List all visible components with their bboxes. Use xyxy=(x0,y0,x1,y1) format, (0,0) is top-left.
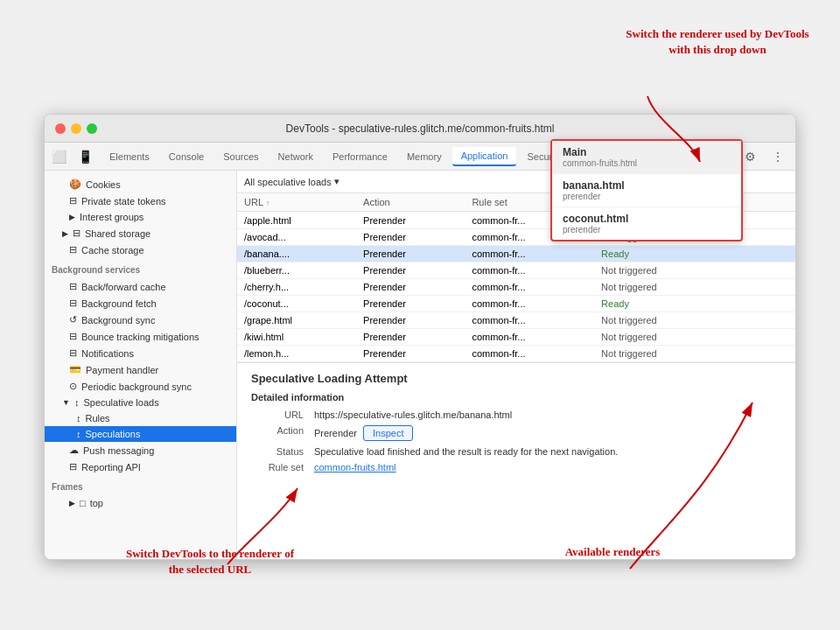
table-row[interactable]: /blueberr... Prerender common-fr... Not … xyxy=(237,262,795,279)
tab-sources[interactable]: Sources xyxy=(214,148,267,165)
table-row[interactable]: /lemon.h... Prerender common-fr... Not t… xyxy=(237,346,795,362)
status-not-triggered: Not triggered xyxy=(601,265,657,276)
cell-url: /grape.html xyxy=(237,312,356,329)
sidebar-label-cache-storage: Cache storage xyxy=(81,245,144,256)
notifications-icon: ⊟ xyxy=(69,347,77,359)
tab-memory[interactable]: Memory xyxy=(398,148,451,165)
col-url: URL ↑ xyxy=(237,193,356,212)
sidebar-label-bounce: Bounce tracking mitigations xyxy=(81,332,200,342)
renderer-coconut-sub: prerender xyxy=(563,225,731,234)
sidebar-label-private-state: Private state tokens xyxy=(81,196,166,206)
cell-action: Prerender xyxy=(356,312,465,329)
sidebar-label-periodic-sync: Periodic background sync xyxy=(81,382,192,392)
status-ready: Ready xyxy=(601,298,629,309)
payment-icon: 💳 xyxy=(69,364,81,375)
table-row[interactable]: /coconut... Prerender common-fr... Ready xyxy=(237,296,795,312)
url-label: URL xyxy=(251,410,304,420)
cell-status: Not triggered xyxy=(594,262,795,279)
sidebar-item-shared-storage[interactable]: ▶ ⊟ Shared storage xyxy=(45,225,236,242)
sidebar-item-bg-sync[interactable]: ↺ Background sync xyxy=(45,312,236,328)
device-icon[interactable]: 📱 xyxy=(74,146,95,167)
table-row[interactable]: /banana.... Prerender common-fr... Ready xyxy=(237,246,795,262)
tab-console[interactable]: Console xyxy=(160,148,213,165)
renderer-option-coconut[interactable]: coconut.html prerender xyxy=(552,207,741,240)
periodic-sync-icon: ⊙ xyxy=(69,381,77,392)
sidebar-item-speculative-loads[interactable]: ▼ ↕ Speculative loads xyxy=(45,395,236,410)
tab-application[interactable]: Application xyxy=(452,147,517,166)
sidebar-item-bfcache[interactable]: ⊟ Back/forward cache xyxy=(45,278,236,295)
cell-ruleset: common-fr... xyxy=(465,346,594,362)
filter-dropdown[interactable]: All speculative loads ▾ xyxy=(244,176,340,187)
inspect-button[interactable]: Inspect xyxy=(363,425,413,441)
sidebar-item-payment[interactable]: 💳 Payment handler xyxy=(45,361,236,378)
cell-ruleset: common-fr... xyxy=(465,262,594,279)
tab-network[interactable]: Network xyxy=(270,148,322,165)
table-row[interactable]: /cherry.h... Prerender common-fr... Not … xyxy=(237,279,795,296)
sidebar-item-bounce[interactable]: ⊟ Bounce tracking mitigations xyxy=(45,328,236,345)
traffic-lights xyxy=(55,123,97,134)
sidebar-item-cache-storage[interactable]: ⊟ Cache storage xyxy=(45,242,236,258)
annotation-bottom-right: Available renderers xyxy=(542,544,682,560)
sidebar-label-speculative-loads: Speculative loads xyxy=(83,397,158,408)
cell-ruleset: common-fr... xyxy=(465,246,594,262)
cell-action: Prerender xyxy=(356,296,465,312)
renderer-main-title: Main xyxy=(563,146,731,158)
sidebar-label-push: Push messaging xyxy=(83,445,154,456)
shared-storage-arrow-icon: ▶ xyxy=(62,229,68,238)
close-button[interactable] xyxy=(55,123,66,134)
action-value: Prerender Inspect xyxy=(314,425,781,441)
devtools-window: DevTools - speculative-rules.glitch.me/c… xyxy=(44,114,796,560)
renderer-option-main[interactable]: Main common-fruits.html xyxy=(552,141,741,174)
annotation-bottom-left: Switch DevTools to the renderer of the s… xyxy=(122,546,298,578)
sidebar-item-periodic-sync[interactable]: ⊙ Periodic background sync xyxy=(45,378,236,395)
bg-fetch-icon: ⊟ xyxy=(69,298,77,309)
cookies-icon: 🍪 xyxy=(69,178,81,190)
cell-status: Ready xyxy=(594,246,795,262)
sidebar-frames-section: ▶ □ top xyxy=(45,494,236,513)
sidebar-item-cookies[interactable]: 🍪 Cookies xyxy=(45,176,236,192)
sidebar-item-speculations[interactable]: ↕ Speculations xyxy=(45,426,236,442)
cell-ruleset: common-fr... xyxy=(465,279,594,296)
sidebar-item-private-state[interactable]: ⊟ Private state tokens xyxy=(45,192,236,209)
status-ready: Ready xyxy=(601,248,629,259)
detail-status-row: Status Speculative load finished and the… xyxy=(251,446,781,457)
cell-url: /avocad... xyxy=(237,229,356,246)
cell-url: /coconut... xyxy=(237,296,356,312)
sidebar-item-interest-groups[interactable]: ▶ Interest groups xyxy=(45,209,236,225)
top-frame-icon: □ xyxy=(80,498,86,508)
table-row[interactable]: /kiwi.html Prerender common-fr... Not tr… xyxy=(237,329,795,346)
cell-status: Not triggered xyxy=(594,312,795,329)
minimize-button[interactable] xyxy=(71,123,81,134)
bfcache-icon: ⊟ xyxy=(69,281,77,292)
cell-action: Prerender xyxy=(356,246,465,262)
rules-icon: ↕ xyxy=(76,413,81,424)
cell-url: /kiwi.html xyxy=(237,329,356,346)
table-row[interactable]: /grape.html Prerender common-fr... Not t… xyxy=(237,312,795,329)
maximize-button[interactable] xyxy=(87,123,97,134)
ruleset-link[interactable]: common-fruits.html xyxy=(314,462,396,472)
tab-performance[interactable]: Performance xyxy=(324,148,396,165)
sidebar-label-cookies: Cookies xyxy=(86,179,121,190)
inspect-icon[interactable]: ⬜ xyxy=(48,146,69,167)
sidebar-storage-section: 🍪 Cookies ⊟ Private state tokens ▶ Inter… xyxy=(45,174,236,260)
private-state-icon: ⊟ xyxy=(69,195,77,206)
renderer-option-banana[interactable]: banana.html prerender xyxy=(552,174,741,207)
sidebar-item-notifications[interactable]: ⊟ Notifications xyxy=(45,345,236,361)
sidebar-item-push[interactable]: ☁ Push messaging xyxy=(45,442,236,458)
sidebar-item-reporting[interactable]: ⊟ Reporting API xyxy=(45,458,236,475)
tab-elements[interactable]: Elements xyxy=(101,148,158,165)
cell-action: Prerender xyxy=(356,262,465,279)
sidebar-item-bg-fetch[interactable]: ⊟ Background fetch xyxy=(45,295,236,312)
renderer-banana-sub: prerender xyxy=(563,192,731,201)
more-icon[interactable]: ⋮ xyxy=(767,146,788,167)
sidebar-item-rules[interactable]: ↕ Rules xyxy=(45,410,236,426)
detail-subtitle: Detailed information xyxy=(251,392,781,402)
renderer-main-sub: common-fruits.html xyxy=(563,158,731,168)
sidebar-item-top[interactable]: ▶ □ top xyxy=(45,495,236,511)
annotation-top-right: Switch the renderer used by DevTools wit… xyxy=(621,26,814,58)
sidebar-label-reporting: Reporting API xyxy=(81,462,141,472)
bg-services-group: Background services xyxy=(45,260,236,276)
sidebar-label-rules: Rules xyxy=(86,413,110,424)
detail-title: Speculative Loading Attempt xyxy=(251,372,781,385)
renderer-banana-title: banana.html xyxy=(563,179,731,192)
